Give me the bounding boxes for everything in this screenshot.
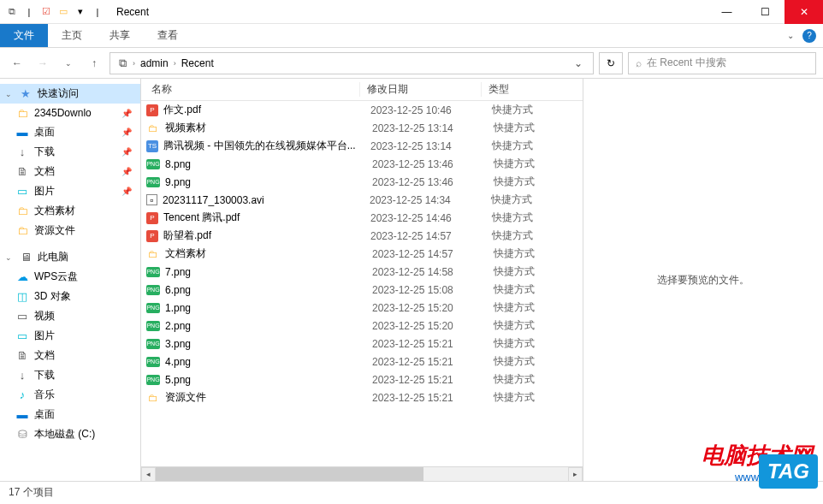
pin-icon: 📌 xyxy=(121,147,132,157)
divider: | xyxy=(91,5,104,19)
close-button[interactable]: ✕ xyxy=(785,0,823,24)
file-name: 6.png xyxy=(165,284,365,296)
chevron-right-icon[interactable]: › xyxy=(174,59,176,68)
sidebar-item[interactable]: ▬桌面 xyxy=(0,405,140,424)
sidebar-item[interactable]: ↓下载 xyxy=(0,365,140,385)
file-name: 1.png xyxy=(165,302,365,314)
file-name: 腾讯视频 - 中国领先的在线视频媒体平台... xyxy=(163,139,364,153)
address-dropdown-icon[interactable]: ⌄ xyxy=(569,57,588,69)
horizontal-scrollbar[interactable]: ◂ ▸ xyxy=(141,466,583,481)
sidebar-item[interactable]: 🗀文档素材 xyxy=(0,201,140,221)
file-row[interactable]: PNG3.png2023-12-25 15:21快捷方式 xyxy=(141,335,583,353)
pin-icon: 📌 xyxy=(121,127,132,137)
file-row[interactable]: 🗀文档素材2023-12-25 14:57快捷方式 xyxy=(141,245,583,263)
file-row[interactable]: P盼望着.pdf2023-12-25 14:57快捷方式 xyxy=(141,227,583,245)
sidebar-item[interactable]: ⛁本地磁盘 (C:) xyxy=(0,424,140,444)
sidebar-item[interactable]: ☁WPS云盘 xyxy=(0,267,140,287)
minimize-button[interactable]: — xyxy=(708,0,746,24)
picture-icon: ▭ xyxy=(15,329,29,343)
address-bar[interactable]: ⧉ › admin › Recent ⌄ xyxy=(110,52,594,74)
breadcrumb-segment[interactable]: Recent xyxy=(180,57,216,69)
pdf-icon: P xyxy=(146,230,158,242)
file-row[interactable]: P作文.pdf2023-12-25 10:46快捷方式 xyxy=(141,101,583,119)
file-type: 快捷方式 xyxy=(485,210,583,225)
file-name: 2.png xyxy=(165,320,365,332)
tab-share[interactable]: 共享 xyxy=(96,24,144,47)
file-date: 2023-12-25 14:57 xyxy=(364,230,485,242)
column-type-header[interactable]: 类型 xyxy=(482,82,583,97)
file-row[interactable]: PNG9.png2023-12-25 13:46快捷方式 xyxy=(141,173,583,191)
tab-home[interactable]: 主页 xyxy=(48,24,96,47)
file-row[interactable]: PNG6.png2023-12-25 15:08快捷方式 xyxy=(141,281,583,299)
scroll-track[interactable] xyxy=(156,467,568,482)
file-name: 盼望着.pdf xyxy=(163,228,364,243)
sidebar-item[interactable]: ♪音乐 xyxy=(0,385,140,405)
desktop-icon: ▬ xyxy=(15,126,29,139)
expand-icon[interactable]: ⌄ xyxy=(5,90,14,98)
file-row[interactable]: TS腾讯视频 - 中国领先的在线视频媒体平台...2023-12-25 13:1… xyxy=(141,137,583,155)
file-date: 2023-12-25 14:46 xyxy=(364,212,485,224)
help-icon[interactable]: ? xyxy=(802,29,816,43)
file-row[interactable]: PNG1.png2023-12-25 15:20快捷方式 xyxy=(141,299,583,317)
nav-this-pc[interactable]: ⌄ 🖥 此电脑 xyxy=(0,247,140,267)
file-date: 2023-12-25 15:21 xyxy=(365,392,487,404)
tab-file[interactable]: 文件 xyxy=(0,24,48,47)
file-row[interactable]: PNG8.png2023-12-25 13:46快捷方式 xyxy=(141,155,583,173)
column-name-header[interactable]: 名称 xyxy=(141,82,360,97)
file-row[interactable]: PNG2.png2023-12-25 15:20快捷方式 xyxy=(141,317,583,335)
preview-pane: 选择要预览的文件。 xyxy=(583,79,823,481)
sidebar-item[interactable]: ↓下载📌 xyxy=(0,142,140,162)
scroll-left-button[interactable]: ◂ xyxy=(141,467,156,482)
qat-dropdown-icon[interactable]: ▾ xyxy=(74,5,87,19)
chevron-right-icon[interactable]: › xyxy=(133,59,135,68)
file-row[interactable]: PNG4.png2023-12-25 15:21快捷方式 xyxy=(141,353,583,371)
back-button[interactable]: ← xyxy=(7,53,27,74)
music-icon: ♪ xyxy=(15,388,29,402)
file-row[interactable]: PNG7.png2023-12-25 14:58快捷方式 xyxy=(141,263,583,281)
forward-button[interactable]: → xyxy=(33,53,53,74)
breadcrumb-segment[interactable]: admin xyxy=(139,57,170,69)
up-button[interactable]: ↑ xyxy=(84,53,104,74)
file-row[interactable]: PTencent 腾讯.pdf2023-12-25 14:46快捷方式 xyxy=(141,209,583,227)
breadcrumb-label: admin xyxy=(140,57,169,69)
scroll-thumb[interactable] xyxy=(156,467,423,482)
search-input[interactable]: ⌕ 在 Recent 中搜索 xyxy=(628,52,816,74)
sidebar-item[interactable]: ▭图片📌 xyxy=(0,181,140,201)
nav-quick-access[interactable]: ⌄ ★ 快速访问 xyxy=(0,84,140,104)
sidebar-item-label: 桌面 xyxy=(34,125,55,139)
file-row[interactable]: ▫20231117_130003.avi2023-12-25 14:34快捷方式 xyxy=(141,191,583,209)
maximize-button[interactable]: ☐ xyxy=(746,0,785,24)
sidebar-item[interactable]: 🗀2345Downlo📌 xyxy=(0,104,140,122)
file-date: 2023-12-25 15:21 xyxy=(365,374,487,386)
sidebar-item[interactable]: ▭图片 xyxy=(0,326,140,346)
checkbox-icon[interactable]: ☑ xyxy=(39,5,53,19)
sidebar-item[interactable]: 🗀资源文件 xyxy=(0,221,140,240)
ribbon-toggle-icon[interactable]: ⌄ xyxy=(787,31,794,40)
file-row[interactable]: PNG5.png2023-12-25 15:21快捷方式 xyxy=(141,371,583,388)
file-type: 快捷方式 xyxy=(487,390,583,405)
refresh-button[interactable]: ↻ xyxy=(599,52,623,74)
tab-view[interactable]: 查看 xyxy=(144,24,192,47)
sidebar-item[interactable]: ◫3D 对象 xyxy=(0,287,140,306)
expand-icon[interactable]: ⌄ xyxy=(5,253,14,262)
sidebar-item[interactable]: ▬桌面📌 xyxy=(0,122,140,142)
file-row[interactable]: 🗀资源文件2023-12-25 15:21快捷方式 xyxy=(141,388,583,406)
file-type: 快捷方式 xyxy=(487,264,583,279)
file-list[interactable]: P作文.pdf2023-12-25 10:46快捷方式🗀视频素材2023-12-… xyxy=(141,101,583,466)
navigation-pane[interactable]: ⌄ ★ 快速访问 🗀2345Downlo📌▬桌面📌↓下载📌🗎文档📌▭图片📌🗀文档… xyxy=(0,79,141,481)
file-row[interactable]: 🗀视频素材2023-12-25 13:14快捷方式 xyxy=(141,119,583,137)
png-icon: PNG xyxy=(146,357,160,367)
title-bar: ⧉ | ☑ ▭ ▾ | Recent — ☐ ✕ xyxy=(0,0,823,24)
file-type: 快捷方式 xyxy=(487,175,583,189)
folder-icon[interactable]: ▭ xyxy=(56,5,70,19)
column-date-header[interactable]: 修改日期 xyxy=(360,82,482,97)
sidebar-item-label: 下载 xyxy=(34,145,55,159)
sidebar-item[interactable]: 🗎文档📌 xyxy=(0,162,140,181)
scroll-right-button[interactable]: ▸ xyxy=(568,467,583,482)
body: ⌄ ★ 快速访问 🗀2345Downlo📌▬桌面📌↓下载📌🗎文档📌▭图片📌🗀文档… xyxy=(0,79,823,481)
recent-locations-button[interactable]: ⌄ xyxy=(58,53,79,74)
sidebar-item[interactable]: 🗎文档 xyxy=(0,346,140,365)
sidebar-item[interactable]: ▭视频 xyxy=(0,306,140,326)
star-icon: ★ xyxy=(19,87,33,101)
file-name: 4.png xyxy=(165,356,365,368)
